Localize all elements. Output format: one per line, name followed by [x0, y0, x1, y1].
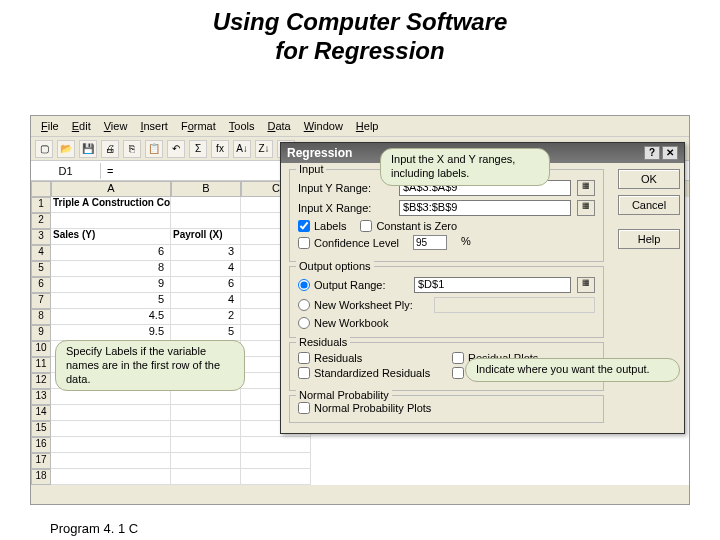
cell[interactable]: [51, 437, 171, 453]
residuals-checkbox[interactable]: Residuals: [298, 352, 438, 364]
menu-help[interactable]: Help: [350, 118, 385, 134]
row-header[interactable]: 2: [31, 213, 51, 229]
row-header[interactable]: 15: [31, 421, 51, 437]
normal-prob-checkbox[interactable]: Normal Probability Plots: [298, 402, 595, 414]
cell[interactable]: [51, 405, 171, 421]
cell[interactable]: [51, 213, 171, 229]
page-title-line2: for Regression: [0, 37, 720, 66]
cell[interactable]: 4.5: [51, 309, 171, 325]
row-header[interactable]: 1: [31, 197, 51, 213]
cell[interactable]: 9: [51, 277, 171, 293]
open-icon[interactable]: 📂: [57, 140, 75, 158]
menu-file[interactable]: File: [35, 118, 65, 134]
row-header[interactable]: 12: [31, 373, 51, 389]
cell[interactable]: 6: [51, 245, 171, 261]
cell[interactable]: [171, 453, 241, 469]
undo-icon[interactable]: ↶: [167, 140, 185, 158]
cell[interactable]: [241, 453, 311, 469]
cell[interactable]: 6: [171, 277, 241, 293]
cell[interactable]: 3: [171, 245, 241, 261]
paste-icon[interactable]: 📋: [145, 140, 163, 158]
menu-insert[interactable]: Insert: [134, 118, 174, 134]
confidence-checkbox[interactable]: Confidence Level: [298, 235, 399, 250]
x-refedit-icon[interactable]: ▦: [577, 200, 595, 216]
row-header[interactable]: 7: [31, 293, 51, 309]
output-range-input[interactable]: $D$1: [414, 277, 571, 293]
callout-labels: Specify Labels if the variable names are…: [55, 340, 245, 391]
sum-icon[interactable]: Σ: [189, 140, 207, 158]
new-worksheet-input[interactable]: [434, 297, 595, 313]
cell[interactable]: [171, 469, 241, 485]
cell[interactable]: [171, 213, 241, 229]
cell[interactable]: 2: [171, 309, 241, 325]
new-icon[interactable]: ▢: [35, 140, 53, 158]
row-header[interactable]: 4: [31, 245, 51, 261]
row-header[interactable]: 5: [31, 261, 51, 277]
std-residuals-checkbox[interactable]: Standardized Residuals: [298, 367, 438, 379]
cell-header-sales[interactable]: Sales (Y): [51, 229, 171, 245]
x-range-input[interactable]: $B$3:$B$9: [399, 200, 571, 216]
cancel-button[interactable]: Cancel: [618, 195, 680, 215]
cell-header-payroll[interactable]: Payroll (X): [171, 229, 241, 245]
row-header[interactable]: 17: [31, 453, 51, 469]
sort-asc-icon[interactable]: A↓: [233, 140, 251, 158]
ok-button[interactable]: OK: [618, 169, 680, 189]
menu-format[interactable]: Format: [175, 118, 222, 134]
col-header-b[interactable]: B: [171, 181, 241, 197]
save-icon[interactable]: 💾: [79, 140, 97, 158]
copy-icon[interactable]: ⎘: [123, 140, 141, 158]
cell[interactable]: [51, 421, 171, 437]
cell[interactable]: [171, 197, 241, 213]
cell[interactable]: [241, 469, 311, 485]
cell[interactable]: 4: [171, 293, 241, 309]
row-header[interactable]: 3: [31, 229, 51, 245]
cell[interactable]: [241, 437, 311, 453]
cell-title[interactable]: Triple A Construction Company: [51, 197, 171, 213]
regression-dialog: Regression ? ✕ Input Input Y Range: $A$3…: [280, 142, 685, 434]
sort-desc-icon[interactable]: Z↓: [255, 140, 273, 158]
row-header[interactable]: 6: [31, 277, 51, 293]
row-header[interactable]: 9: [31, 325, 51, 341]
row-header[interactable]: 8: [31, 309, 51, 325]
row-header[interactable]: 11: [31, 357, 51, 373]
row-header[interactable]: 16: [31, 437, 51, 453]
cell[interactable]: [51, 389, 171, 405]
menu-window[interactable]: Window: [298, 118, 349, 134]
row-header[interactable]: 14: [31, 405, 51, 421]
cell[interactable]: [51, 453, 171, 469]
cell[interactable]: [171, 437, 241, 453]
menu-tools[interactable]: Tools: [223, 118, 261, 134]
fx-icon[interactable]: fx: [211, 140, 229, 158]
cell[interactable]: [171, 421, 241, 437]
cell[interactable]: [171, 405, 241, 421]
constant-zero-checkbox[interactable]: Constant is Zero: [360, 220, 457, 232]
select-all-corner[interactable]: [31, 181, 51, 197]
col-header-a[interactable]: A: [51, 181, 171, 197]
close-icon[interactable]: ✕: [662, 146, 678, 160]
cell[interactable]: [171, 389, 241, 405]
row-header[interactable]: 18: [31, 469, 51, 485]
print-icon[interactable]: 🖨: [101, 140, 119, 158]
menu-view[interactable]: View: [98, 118, 134, 134]
cell[interactable]: 5: [51, 293, 171, 309]
output-refedit-icon[interactable]: ▦: [577, 277, 595, 293]
menu-data[interactable]: Data: [261, 118, 296, 134]
cell[interactable]: 5: [171, 325, 241, 341]
output-legend: Output options: [296, 260, 374, 272]
labels-checkbox[interactable]: Labels: [298, 220, 346, 232]
help-icon[interactable]: ?: [644, 146, 660, 160]
row-header[interactable]: 10: [31, 341, 51, 357]
cell[interactable]: [51, 469, 171, 485]
cell[interactable]: 8: [51, 261, 171, 277]
new-workbook-radio[interactable]: New Workbook: [298, 317, 595, 329]
confidence-input[interactable]: [413, 235, 447, 250]
menu-edit[interactable]: Edit: [66, 118, 97, 134]
output-range-radio[interactable]: Output Range:: [298, 279, 408, 291]
new-worksheet-radio[interactable]: New Worksheet Ply:: [298, 299, 428, 311]
row-header[interactable]: 13: [31, 389, 51, 405]
cell[interactable]: 9.5: [51, 325, 171, 341]
name-box[interactable]: D1: [31, 163, 101, 179]
help-button[interactable]: Help: [618, 229, 680, 249]
y-refedit-icon[interactable]: ▦: [577, 180, 595, 196]
cell[interactable]: 4: [171, 261, 241, 277]
